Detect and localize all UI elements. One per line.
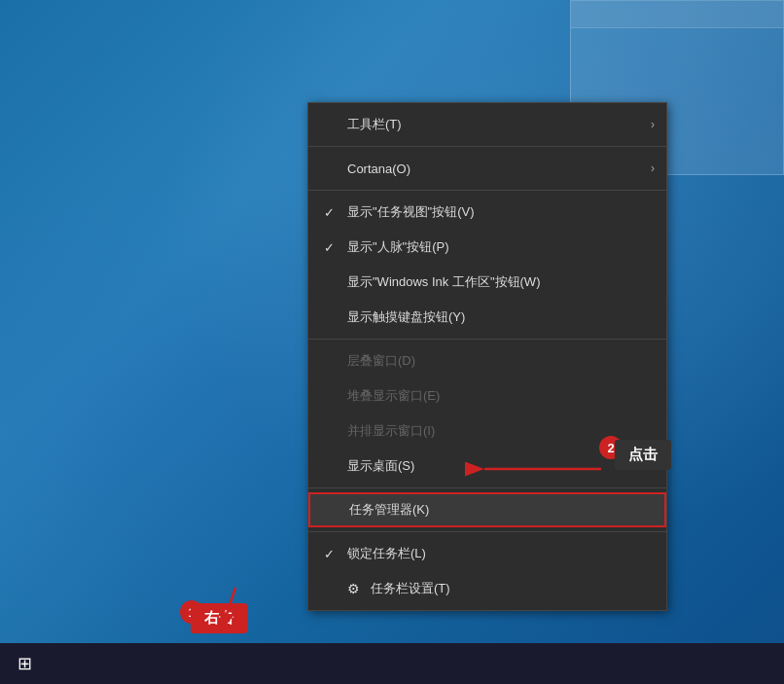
menu-item-label: 并排显示窗口(I) [347, 422, 435, 440]
right-click-arrow [216, 583, 274, 641]
menu-item-label: 锁定任务栏(L) [347, 545, 426, 562]
menu-divider [308, 531, 666, 532]
gear-icon: ⚙ [347, 581, 367, 596]
menu-item-toolbar[interactable]: 工具栏(T)› [308, 107, 666, 142]
svg-line-1 [221, 588, 235, 631]
menu-item-task_manager[interactable]: 任务管理器(K) [308, 492, 666, 527]
menu-item-label: 堆叠显示窗口(E) [347, 387, 440, 405]
menu-item-stack: 堆叠显示窗口(E) [308, 378, 666, 414]
menu-item-label: 任务栏设置(T) [371, 580, 450, 597]
menu-item-label: 显示"Windows Ink 工作区"按钮(W) [347, 273, 540, 291]
submenu-arrow-icon: › [651, 162, 655, 175]
context-menu: 工具栏(T)›Cortana(O)›✓显示"任务视图"按钮(V)✓显示"人脉"按… [307, 102, 667, 611]
menu-item-windows_ink[interactable]: 显示"Windows Ink 工作区"按钮(W) [308, 265, 666, 300]
click-arrow [475, 450, 611, 488]
menu-item-contacts[interactable]: ✓显示"人脉"按钮(P) [308, 230, 666, 265]
menu-item-label: 层叠窗口(D) [347, 352, 415, 370]
menu-item-lock_taskbar[interactable]: ✓锁定任务栏(L) [308, 536, 666, 571]
menu-item-label: 显示"任务视图"按钮(V) [347, 203, 475, 221]
menu-divider [308, 339, 666, 340]
check-mark: ✓ [324, 205, 343, 220]
menu-item-cortana[interactable]: Cortana(O)› [308, 151, 666, 186]
menu-item-label: 任务管理器(K) [349, 501, 429, 519]
menu-item-task_view[interactable]: ✓显示"任务视图"按钮(V) [308, 195, 666, 230]
click-label: 点击 [615, 440, 671, 470]
menu-item-taskbar_settings[interactable]: ⚙任务栏设置(T) [308, 571, 666, 606]
menu-item-cascade: 层叠窗口(D) [308, 343, 666, 378]
check-mark: ✓ [324, 240, 343, 255]
menu-item-label: 显示桌面(S) [347, 457, 414, 475]
menu-item-label: 工具栏(T) [347, 116, 402, 133]
taskbar: ⊞ [0, 643, 784, 684]
start-button[interactable]: ⊞ [0, 643, 49, 684]
submenu-arrow-icon: › [651, 118, 655, 131]
background-window-titlebar [571, 1, 783, 28]
windows-icon: ⊞ [18, 653, 32, 674]
check-mark: ✓ [324, 547, 343, 561]
menu-divider [308, 190, 666, 191]
desktop: 工具栏(T)›Cortana(O)›✓显示"任务视图"按钮(V)✓显示"人脉"按… [0, 0, 784, 684]
menu-item-touch_keyboard[interactable]: 显示触摸键盘按钮(Y) [308, 300, 666, 335]
menu-item-label: Cortana(O) [347, 162, 410, 176]
menu-item-label: 显示触摸键盘按钮(Y) [347, 308, 465, 326]
menu-item-label: 显示"人脉"按钮(P) [347, 238, 449, 256]
menu-divider [308, 146, 666, 147]
